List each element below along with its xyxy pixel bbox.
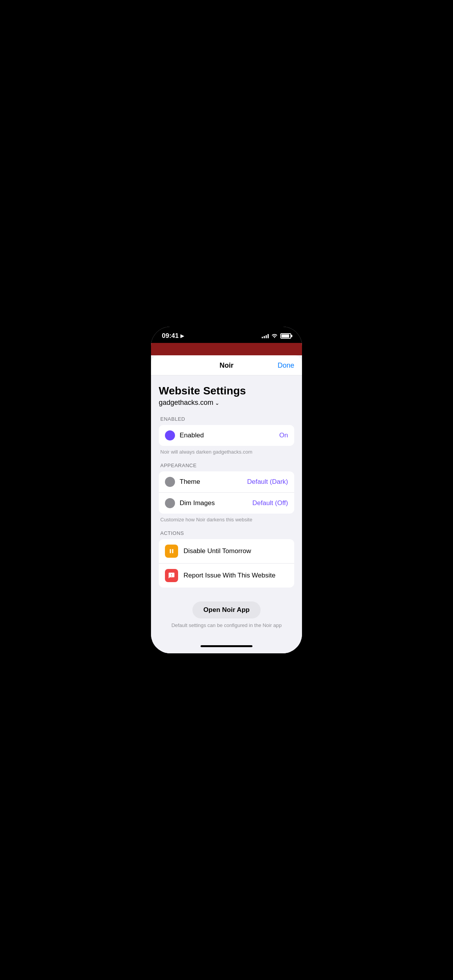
disable-label: Disable Until Tomorrow [184, 547, 288, 555]
actions-section: ACTIONS Disable Until Tomorrow [159, 530, 294, 588]
enabled-note: Noir will always darken gadgethacks.com [159, 446, 294, 455]
theme-value: Default (Dark) [247, 478, 288, 486]
time-display: 09:41 [162, 332, 178, 340]
sheet: Noir Done Website Settings gadgethacks.c… [151, 355, 302, 653]
report-issue-row[interactable]: Report Issue With This Website [159, 563, 294, 588]
website-name: gadgethacks.com [159, 399, 213, 407]
status-bar: 09:41 ▶ [151, 327, 302, 343]
appearance-section-label: APPEARANCE [159, 463, 294, 468]
battery-icon [280, 333, 291, 339]
open-app-section: Open Noir App Default settings can be co… [159, 595, 294, 631]
dim-images-label: Dim Images [180, 499, 252, 507]
svg-rect-0 [170, 549, 171, 553]
signal-icon [262, 334, 269, 338]
home-bar [201, 645, 252, 647]
enabled-row[interactable]: Enabled On [159, 425, 294, 446]
actions-card: Disable Until Tomorrow Report Issue With… [159, 539, 294, 588]
page-title: Website Settings [159, 385, 294, 397]
website-selector[interactable]: gadgethacks.com ⌄ [159, 399, 294, 407]
status-icons [262, 333, 291, 339]
disable-icon [165, 545, 178, 558]
appearance-note: Customize how Noir darkens this website [159, 514, 294, 523]
location-icon: ▶ [180, 333, 184, 339]
sheet-title: Noir [178, 362, 275, 370]
appearance-card: Theme Default (Dark) Dim Images Default … [159, 471, 294, 514]
wifi-icon [271, 333, 278, 339]
content-area: Website Settings gadgethacks.com ⌄ ENABL… [151, 375, 302, 641]
disable-until-tomorrow-row[interactable]: Disable Until Tomorrow [159, 539, 294, 563]
theme-label: Theme [180, 478, 247, 486]
svg-rect-1 [172, 549, 173, 553]
theme-icon [165, 477, 175, 487]
actions-section-label: ACTIONS [159, 530, 294, 536]
dim-images-icon [165, 498, 175, 508]
enabled-value: On [279, 432, 288, 439]
report-icon [165, 569, 178, 582]
open-app-button[interactable]: Open Noir App [192, 601, 260, 618]
chevron-down-icon: ⌄ [215, 400, 220, 406]
theme-row[interactable]: Theme Default (Dark) [159, 471, 294, 492]
home-indicator [151, 641, 302, 653]
enabled-section: ENABLED Enabled On Noir will always dark… [159, 416, 294, 455]
report-label: Report Issue With This Website [184, 572, 288, 579]
enabled-label: Enabled [180, 432, 279, 439]
red-bar [151, 343, 302, 355]
page-title-section: Website Settings gadgethacks.com ⌄ [159, 385, 294, 407]
enabled-section-label: ENABLED [159, 416, 294, 422]
status-time: 09:41 ▶ [162, 332, 184, 340]
dim-images-row[interactable]: Dim Images Default (Off) [159, 492, 294, 514]
done-button[interactable]: Done [275, 362, 294, 370]
dim-images-value: Default (Off) [252, 499, 288, 507]
enabled-card: Enabled On [159, 425, 294, 446]
appearance-section: APPEARANCE Theme Default (Dark) Dim Imag… [159, 463, 294, 523]
sheet-header: Noir Done [151, 355, 302, 375]
open-app-note: Default settings can be configured in th… [172, 622, 282, 628]
enabled-icon [165, 430, 175, 440]
phone-container: 09:41 ▶ Noir Don [151, 327, 302, 653]
